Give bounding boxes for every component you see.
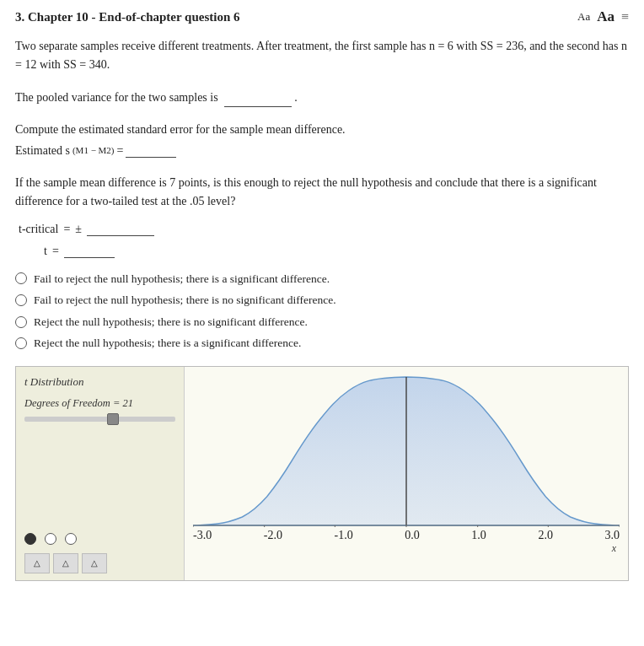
estimated-se-label: Compute the estimated standard error for…	[15, 121, 629, 139]
radio-circle-3[interactable]	[15, 316, 27, 328]
radio-option-2[interactable]: Fail to reject the null hypothesis; ther…	[15, 291, 629, 310]
chart-svg-container	[193, 375, 620, 527]
dof-label: Degrees of Freedom = 21	[24, 397, 175, 410]
slider-container[interactable]	[24, 417, 175, 422]
x-label-minus3: -3.0	[193, 529, 212, 542]
header-controls: Aa Aa ≡	[577, 8, 629, 25]
radio-circle-1[interactable]	[15, 272, 27, 284]
font-large-btn[interactable]: Aa	[597, 8, 614, 25]
x-label-plus2: 2.0	[538, 529, 553, 542]
page-header: 3. Chapter 10 - End-of-chapter question …	[15, 8, 629, 25]
pooled-variance-section: The pooled variance for the two samples …	[15, 89, 629, 107]
x-label-minus2: -2.0	[264, 529, 282, 542]
t-label: t	[44, 242, 47, 261]
x-axis-var-label: x	[193, 542, 620, 555]
panel-title: t Distribution	[24, 375, 175, 389]
dist-icon-2[interactable]: △	[53, 553, 78, 573]
font-small-btn[interactable]: Aa	[577, 10, 590, 24]
dist-icon-1[interactable]: △	[24, 553, 50, 573]
t-distribution-panel: t Distribution Degrees of Freedom = 21 △…	[15, 366, 629, 581]
dist-icons: △ △ △	[24, 553, 175, 573]
t-dist-chart: -3.0 -2.0 -1.0 0.0 1.0 2.0 3.0 x	[185, 367, 628, 580]
equals-sign: =	[117, 142, 124, 160]
subscript-label: (M1 − M2)	[72, 143, 115, 159]
radio-option-4[interactable]: Reject the null hypothesis; there is a s…	[15, 334, 629, 353]
x-label-plus1: 1.0	[471, 529, 486, 542]
slider-track[interactable]	[24, 417, 175, 422]
distribution-curve-svg	[193, 375, 620, 527]
question-text: Two separate samples receive different t…	[15, 37, 629, 75]
dist-icon-3[interactable]: △	[82, 553, 107, 573]
radio-label-3: Reject the null hypothesis; there is no …	[34, 313, 308, 331]
radio-circle-4[interactable]	[15, 337, 27, 349]
sidebar-radio-3[interactable]	[65, 533, 77, 545]
radio-option-1[interactable]: Fail to reject the null hypothesis; ther…	[15, 270, 629, 288]
sidebar-radio-1[interactable]	[24, 533, 36, 545]
hypothesis-section: If the sample mean difference is 7 point…	[15, 174, 629, 353]
radio-option-3[interactable]: Reject the null hypothesis; there is no …	[15, 313, 629, 331]
t-dist-sidebar: t Distribution Degrees of Freedom = 21 △…	[16, 367, 185, 580]
page-title: 3. Chapter 10 - End-of-chapter question …	[15, 10, 240, 24]
x-label-plus3: 3.0	[604, 529, 620, 542]
x-label-0: 0.0	[405, 529, 420, 542]
tcritical-row: t-critical = ±	[19, 220, 629, 239]
radio-label-4: Reject the null hypothesis; there is a s…	[34, 334, 301, 353]
sidebar-radio-row	[24, 533, 175, 545]
estimated-se-label2: Estimated s	[15, 142, 70, 160]
pooled-variance-input[interactable]	[224, 94, 292, 107]
x-axis-labels: -3.0 -2.0 -1.0 0.0 1.0 2.0 3.0	[193, 529, 620, 542]
estimated-se-section: Compute the estimated standard error for…	[15, 121, 629, 160]
slider-thumb[interactable]	[107, 413, 119, 425]
tcritical-input[interactable]	[87, 223, 154, 236]
book-icon[interactable]: ≡	[621, 9, 629, 24]
radio-options: Fail to reject the null hypothesis; ther…	[15, 270, 629, 353]
hypothesis-intro: If the sample mean difference is 7 point…	[15, 174, 629, 212]
sidebar-radio-2[interactable]	[45, 533, 56, 545]
sidebar-bottom: △ △ △	[24, 428, 175, 573]
radio-label-2: Fail to reject the null hypothesis; ther…	[34, 291, 336, 310]
radio-circle-2[interactable]	[15, 294, 27, 306]
t-row: t =	[44, 242, 629, 261]
radio-label-1: Fail to reject the null hypothesis; ther…	[34, 270, 330, 288]
estimated-se-input[interactable]	[126, 144, 176, 158]
t-input[interactable]	[64, 245, 115, 258]
tcritical-label: t-critical	[19, 220, 58, 239]
x-label-minus1: -1.0	[335, 529, 353, 542]
pooled-variance-label: The pooled variance for the two samples …	[15, 91, 218, 104]
